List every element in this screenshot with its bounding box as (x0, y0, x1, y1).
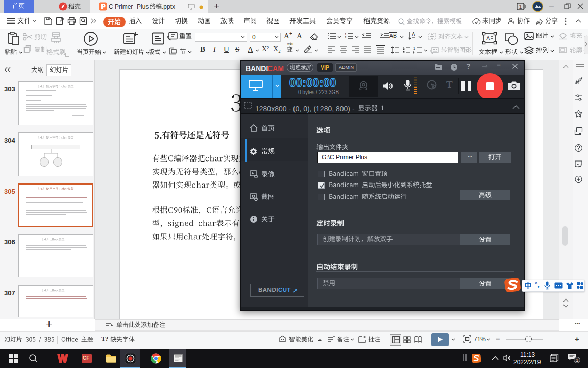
svg-text:1: 1 (519, 4, 522, 10)
svg-text:A: A (412, 32, 415, 37)
svg-text:3: 3 (345, 36, 347, 39)
svg-text:A: A (486, 35, 491, 41)
svg-text:1: 1 (413, 47, 415, 50)
